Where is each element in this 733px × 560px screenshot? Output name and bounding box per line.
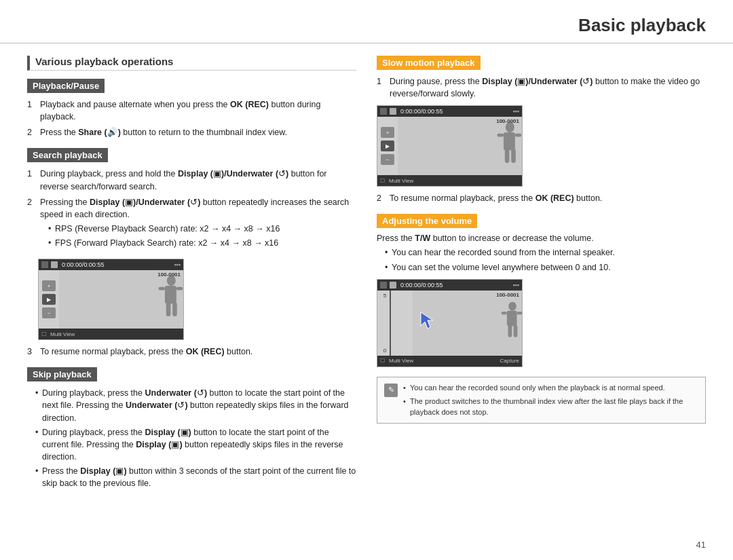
- list-item: You can set the volume level anywhere be…: [385, 261, 706, 274]
- record-icon-3: [380, 282, 387, 288]
- note-box: ✎ • You can hear the recorded sound only…: [377, 377, 706, 424]
- multiview-icon-3: ☐: [380, 358, 385, 364]
- ctrl-btn-6: −: [381, 154, 394, 165]
- screen-main-area-2: + ▶ − 100-0001: [377, 117, 522, 175]
- svg-rect-7: [504, 132, 515, 150]
- volume-scale: 5 0: [377, 291, 392, 356]
- list-item: 1 During pause, press the Display (▣)/Un…: [377, 75, 706, 100]
- note-text: • You can hear the recorded sound only w…: [403, 383, 698, 418]
- svg-rect-11: [511, 149, 516, 163]
- slow-motion-list: 1 During pause, press the Display (▣)/Un…: [377, 75, 706, 100]
- vol-label-0: 0: [383, 348, 386, 354]
- slow-motion-label: Slow motion playback: [377, 56, 481, 70]
- svg-rect-17: [508, 325, 512, 337]
- file-label: 100-0001: [157, 272, 181, 278]
- slow-motion-section: Slow motion playback 1 During pause, pre…: [377, 56, 706, 204]
- search-playback-label: Search playback: [27, 148, 108, 162]
- multiview-icon-2: ☐: [380, 178, 385, 184]
- battery-icon: ▪▪▪: [174, 261, 181, 268]
- screen-main-area-3: 5 0 100-0001: [377, 291, 522, 356]
- page-title: Basic playback: [0, 0, 733, 43]
- volume-description: Press the T/W button to increase or decr…: [377, 234, 706, 243]
- volume-screen-mock: 0:00:00/0:00:55 ▪▪▪ 5 0 100-0001: [377, 279, 523, 367]
- screen-top-bar-3: 0:00:00/0:00:55 ▪▪▪: [377, 280, 522, 291]
- svg-rect-3: [176, 286, 183, 290]
- adjusting-volume-section: Adjusting the volume Press the T/W butto…: [377, 214, 706, 367]
- timecode-2: 0:00:00/0:00:55: [400, 108, 443, 115]
- svg-rect-16: [517, 312, 522, 314]
- right-column: Slow motion playback 1 During pause, pre…: [377, 56, 706, 499]
- slow-motion-screen-mock: 0:00:00/0:00:55 ▪▪▪ + ▶ − 100-0001: [377, 105, 523, 187]
- video-area: 100-0001: [59, 270, 183, 329]
- list-item: 2 Press the Share (🔊) button to return t…: [27, 126, 356, 138]
- svg-rect-2: [159, 286, 165, 290]
- play-icon-2: [390, 108, 396, 115]
- list-item: During playback, press the Underwater (↺…: [35, 387, 356, 424]
- ctrl-btn-4: +: [381, 127, 394, 138]
- screen-bottom-bar-3: ☐ Multi View Capture: [377, 356, 522, 367]
- screen-controls-2: + ▶ −: [377, 117, 398, 175]
- note-item-1: • You can hear the recorded sound only w…: [403, 383, 698, 394]
- various-ops-header: Various playback operations: [27, 56, 356, 71]
- search-playback-section: Search playback 1 During playback, press…: [27, 148, 356, 358]
- playback-pause-section: Playback/Pause 1 Playback and pause alte…: [27, 79, 356, 138]
- search-item3-list: 3 To resume normal playback, press the O…: [27, 346, 356, 358]
- note-list: • You can hear the recorded sound only w…: [403, 383, 698, 418]
- left-column: Various playback operations Playback/Pau…: [27, 56, 356, 499]
- ctrl-btn-1: +: [42, 280, 56, 291]
- figure-silhouette: [146, 274, 183, 325]
- ctrl-btn-3: −: [42, 307, 56, 318]
- record-icon: [41, 261, 48, 268]
- multiview-label-2: Multi View: [389, 178, 413, 184]
- figure-silhouette-2: [485, 121, 522, 172]
- play-icon-3: [390, 282, 396, 288]
- svg-rect-15: [502, 312, 507, 314]
- svg-rect-9: [515, 134, 521, 137]
- cursor-arrow: [419, 311, 438, 332]
- screen-bottom-bar: ☐ Multi View: [39, 329, 183, 339]
- capture-label: Capture: [500, 358, 519, 364]
- skip-playback-list: During playback, press the Underwater (↺…: [27, 387, 356, 489]
- search-bullets: RPS (Reverse Playback Search) rate: x2 →…: [40, 223, 356, 249]
- list-item: FPS (Forward Playback Search) rate: x2 →…: [48, 237, 356, 249]
- svg-rect-5: [172, 302, 177, 316]
- list-item: 2 Pressing the Display (▣)/Underwater (↺…: [27, 196, 356, 254]
- search-screen-mock: 0:00:00/0:00:55 ▪▪▪ + ▶ − 100-0001: [38, 259, 184, 340]
- multiview-icon: ☐: [41, 331, 46, 337]
- multiview-label: Multi View: [50, 331, 75, 337]
- video-area-2: 100-0001: [398, 117, 522, 175]
- note-item-2: • The product switches to the thumbnail …: [403, 396, 698, 418]
- list-item: 1 Playback and pause alternate when you …: [27, 98, 356, 123]
- vol-line: [390, 291, 391, 356]
- svg-marker-12: [421, 312, 433, 329]
- figure-silhouette-3: [491, 301, 522, 345]
- list-item: RPS (Reverse Playback Search) rate: x2 →…: [48, 223, 356, 235]
- svg-rect-10: [505, 149, 510, 163]
- ctrl-btn-5: ▶: [381, 141, 394, 151]
- screen-top-bar-2: 0:00:00/0:00:55 ▪▪▪: [377, 106, 522, 117]
- svg-rect-8: [497, 134, 504, 137]
- list-item: During playback, press the Display (▣) b…: [35, 426, 356, 463]
- ctrl-btn-2: ▶: [42, 294, 56, 305]
- svg-rect-1: [165, 286, 176, 303]
- screen-main-area: + ▶ − 100-0001: [39, 270, 183, 329]
- skip-playback-label: Skip playback: [27, 367, 97, 381]
- list-item: 1 During playback, press and hold the Di…: [27, 168, 356, 192]
- playback-pause-list: 1 Playback and pause alternate when you …: [27, 98, 356, 138]
- screen-controls: + ▶ −: [39, 270, 59, 329]
- search-playback-list: 1 During playback, press and hold the Di…: [27, 168, 356, 253]
- list-item: 3 To resume normal playback, press the O…: [27, 346, 356, 358]
- screen-top-bar: 0:00:00/0:00:55 ▪▪▪: [39, 259, 183, 270]
- timecode-3: 0:00:00/0:00:55: [400, 282, 443, 288]
- vol-label-5: 5: [383, 293, 386, 299]
- list-item: 2 To resume normal playback, press the O…: [377, 192, 706, 204]
- page-number: 41: [696, 540, 706, 550]
- svg-rect-4: [166, 302, 171, 316]
- video-area-3: 100-0001: [413, 291, 522, 356]
- adjusting-volume-label: Adjusting the volume: [377, 214, 477, 228]
- skip-playback-section: Skip playback During playback, press the…: [27, 367, 356, 489]
- svg-point-13: [508, 302, 516, 311]
- file-label-3: 100-0001: [496, 292, 519, 298]
- battery-icon-2: ▪▪▪: [512, 108, 519, 115]
- svg-rect-14: [507, 311, 517, 326]
